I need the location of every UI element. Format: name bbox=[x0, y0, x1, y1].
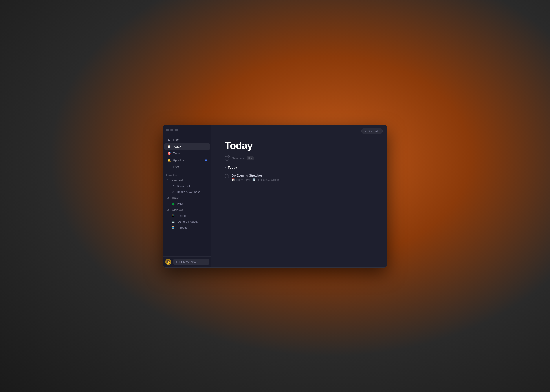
sidebar-item-updates[interactable]: 🔔 Updates bbox=[164, 157, 210, 164]
sidebar-item-inbox[interactable]: 🗂 Inbox bbox=[164, 137, 210, 143]
new-task-shortcut: ⌘N bbox=[247, 156, 254, 160]
lists-icon: ☰ bbox=[167, 165, 171, 169]
threads-label: Threads bbox=[177, 226, 187, 229]
create-new-button[interactable]: + + Create new bbox=[173, 259, 209, 265]
task-meta: 📅 Today, 9 PM 🔄 ≡ Health & Wellness bbox=[232, 178, 374, 181]
favorites-label: Favorites bbox=[163, 171, 211, 177]
filter-label: Due date bbox=[368, 129, 379, 133]
personal-folder-icon: 🗂 bbox=[166, 179, 170, 182]
pnw-icon: 🌲 bbox=[171, 202, 175, 206]
today-section-header[interactable]: ▾ Today bbox=[225, 166, 374, 169]
main-header: ≡ Due date bbox=[211, 125, 387, 137]
tasks-icon: 🎯 bbox=[167, 152, 171, 155]
chevron-down-icon: ▾ bbox=[225, 166, 226, 169]
group-wishlists[interactable]: 🗂 Wishlists bbox=[163, 207, 211, 213]
task-tag: Health & Wellness bbox=[260, 178, 281, 181]
new-task-icon: + bbox=[225, 156, 229, 161]
sidebar: 🗂 Inbox 📋 Today 🎯 Tasks 🔔 Updates ☰ List… bbox=[163, 125, 211, 267]
task-title: Do Evening Stretches bbox=[232, 174, 374, 177]
sidebar-item-today-label: Today bbox=[173, 145, 181, 148]
threads-icon: 🧵 bbox=[171, 226, 175, 229]
page-title: Today bbox=[225, 140, 374, 152]
main-body: Today + New task ⌘N ▾ Today Do Evening S… bbox=[211, 137, 387, 267]
calendar-icon: 📅 bbox=[232, 178, 235, 181]
close-button[interactable] bbox=[166, 129, 169, 132]
favorites-section: Favorites 🗂 Personal 🎖 Bucket list ✳ Hea… bbox=[163, 171, 211, 256]
bucket-list-label: Bucket list bbox=[177, 184, 190, 188]
sidebar-item-lists-label: Lists bbox=[173, 165, 179, 169]
sidebar-item-lists[interactable]: ☰ Lists bbox=[164, 164, 210, 170]
task-checkbox[interactable] bbox=[225, 174, 229, 178]
sidebar-nav: 🗂 Inbox 📋 Today 🎯 Tasks 🔔 Updates ☰ List… bbox=[163, 135, 211, 171]
task-content: Do Evening Stretches 📅 Today, 9 PM 🔄 ≡ H… bbox=[232, 174, 374, 181]
inbox-icon: 🗂 bbox=[167, 138, 171, 142]
sidebar-item-ios-ipados[interactable]: 💻 iOS and iPadOS bbox=[163, 219, 211, 225]
tag-icon: ≡ bbox=[258, 179, 259, 181]
pnw-label: PNW bbox=[177, 202, 184, 206]
health-wellness-label: Health & Wellness bbox=[177, 190, 200, 194]
app-window: 🗂 Inbox 📋 Today 🎯 Tasks 🔔 Updates ☰ List… bbox=[163, 125, 387, 267]
iphone-label: iPhone bbox=[177, 214, 186, 217]
main-content: ≡ Due date Today + New task ⌘N ▾ Today bbox=[211, 125, 387, 267]
updates-badge bbox=[205, 159, 207, 161]
task-tag-item: ≡ Health & Wellness bbox=[258, 178, 281, 181]
sidebar-item-threads[interactable]: 🧵 Threads bbox=[163, 225, 211, 231]
new-task-label: New task bbox=[232, 157, 244, 160]
ios-icon: 💻 bbox=[171, 220, 175, 223]
create-new-label: + Create new bbox=[179, 260, 196, 264]
sidebar-item-iphone[interactable]: 📱 iPhone bbox=[163, 213, 211, 219]
titlebar bbox=[163, 125, 211, 135]
today-section-label: Today bbox=[228, 166, 237, 169]
today-icon: 📋 bbox=[167, 145, 171, 148]
sidebar-footer: 🧑 + + Create new bbox=[163, 256, 211, 267]
group-travel[interactable]: 🗂 Travel bbox=[163, 195, 211, 201]
health-icon: ✳ bbox=[171, 190, 175, 194]
task-date-item: 📅 Today, 9 PM bbox=[232, 178, 250, 181]
minimize-button[interactable] bbox=[171, 129, 173, 132]
sidebar-item-tasks[interactable]: 🎯 Tasks bbox=[164, 150, 210, 157]
avatar-icon: 🧑 bbox=[166, 260, 171, 264]
group-personal[interactable]: 🗂 Personal bbox=[163, 177, 211, 183]
sidebar-item-bucket-list[interactable]: 🎖 Bucket list bbox=[163, 183, 211, 189]
travel-folder-icon: 🗂 bbox=[166, 196, 170, 200]
plus-icon: + bbox=[228, 155, 230, 158]
iphone-icon: 📱 bbox=[171, 214, 175, 217]
task-repeat-icon: 🔄 bbox=[252, 178, 255, 181]
task-date: Today, 9 PM bbox=[236, 178, 250, 181]
sidebar-item-tasks-label: Tasks bbox=[173, 152, 181, 155]
sidebar-item-health-wellness[interactable]: ✳ Health & Wellness bbox=[163, 189, 211, 195]
plus-icon: + bbox=[176, 260, 178, 264]
due-date-filter-button[interactable]: ≡ Due date bbox=[361, 128, 383, 134]
maximize-button[interactable] bbox=[175, 129, 178, 132]
task-item: Do Evening Stretches 📅 Today, 9 PM 🔄 ≡ H… bbox=[225, 172, 374, 183]
group-wishlists-label: Wishlists bbox=[171, 208, 183, 211]
sidebar-item-updates-label: Updates bbox=[173, 159, 184, 162]
new-task-row[interactable]: + New task ⌘N bbox=[225, 156, 374, 161]
wishlists-folder-icon: 🗂 bbox=[166, 208, 170, 211]
group-travel-label: Travel bbox=[171, 196, 179, 200]
group-personal-label: Personal bbox=[171, 179, 183, 182]
sidebar-item-pnw[interactable]: 🌲 PNW bbox=[163, 201, 211, 207]
updates-icon: 🔔 bbox=[167, 159, 171, 162]
avatar[interactable]: 🧑 bbox=[165, 259, 171, 265]
sidebar-item-inbox-label: Inbox bbox=[173, 138, 180, 141]
sidebar-item-today[interactable]: 📋 Today bbox=[164, 143, 210, 150]
filter-icon: ≡ bbox=[365, 129, 366, 133]
ios-ipados-label: iOS and iPadOS bbox=[177, 220, 198, 223]
bucket-list-icon: 🎖 bbox=[171, 184, 175, 188]
